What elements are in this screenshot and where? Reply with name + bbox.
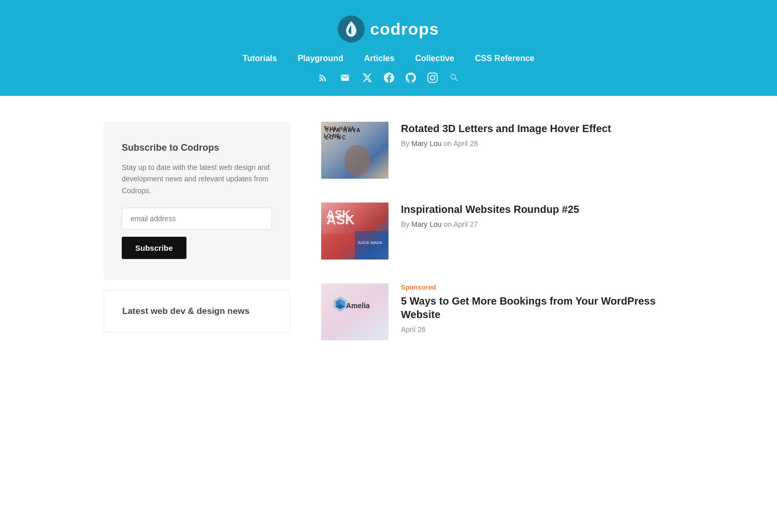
- svg-point-4: [344, 145, 370, 176]
- article-date-3: April 26: [401, 325, 425, 334]
- logo-area: codrops: [10, 16, 767, 42]
- main-nav: Tutorials Playground Articles Collective…: [10, 54, 767, 63]
- article-item: Amelia Sponsored 5 Ways to Get More Book…: [321, 283, 673, 340]
- news-title: Latest web dev & design news: [122, 306, 271, 317]
- facebook-icon[interactable]: [384, 73, 394, 85]
- article-info-2: Inspirational Websites Roundup #25 By Ma…: [401, 203, 579, 228]
- svg-text:JUICE MADE: JUICE MADE: [357, 240, 382, 245]
- article-thumbnail-3[interactable]: Amelia: [321, 283, 388, 340]
- article-title-1[interactable]: Rotated 3D Letters and Image Hover Effec…: [401, 122, 611, 135]
- site-header: codrops Tutorials Playground Articles Co…: [0, 0, 777, 96]
- twitter-icon[interactable]: [362, 73, 372, 85]
- article-thumbnail-1[interactable]: TIVA HAVA LO NC: [321, 122, 388, 179]
- article-info-1: Rotated 3D Letters and Image Hover Effec…: [401, 122, 611, 148]
- article-item: ASK JUICE MADE Inspirational Websites Ro…: [321, 203, 673, 260]
- article-meta-1: By Mary Lou on April 28: [401, 139, 611, 148]
- nav-collective[interactable]: Collective: [415, 54, 454, 63]
- svg-rect-8: [355, 231, 388, 260]
- email-input[interactable]: [122, 208, 272, 229]
- subscribe-description: Stay up to date with the latest web desi…: [122, 162, 272, 196]
- logo-icon[interactable]: [338, 16, 365, 42]
- github-icon[interactable]: [406, 73, 416, 85]
- email-icon[interactable]: [339, 73, 351, 85]
- search-icon[interactable]: [449, 73, 459, 85]
- article-info-3: Sponsored 5 Ways to Get More Bookings fr…: [401, 283, 673, 334]
- sponsored-label: Sponsored: [401, 283, 673, 291]
- svg-text:LO        NC: LO NC: [325, 135, 347, 140]
- svg-text:ASK: ASK: [326, 212, 355, 227]
- sidebar: Subscribe to Codrops Stay up to date wit…: [104, 122, 290, 333]
- article-title-2[interactable]: Inspirational Websites Roundup #25: [401, 203, 579, 216]
- svg-rect-10: [321, 283, 388, 340]
- svg-text:TIVA  HAVA: TIVA HAVA: [325, 127, 361, 133]
- nav-articles[interactable]: Articles: [364, 54, 395, 63]
- nav-css-reference[interactable]: CSS Reference: [475, 54, 535, 63]
- article-thumbnail-2[interactable]: ASK JUICE MADE: [321, 203, 388, 260]
- rss-icon[interactable]: [318, 73, 328, 85]
- article-meta-3: April 26: [401, 325, 673, 334]
- main-content: Subscribe to Codrops Stay up to date wit…: [88, 122, 689, 364]
- article-meta-2: By Mary Lou on April 27: [401, 220, 579, 228]
- news-box: Latest web dev & design news: [104, 290, 290, 333]
- svg-text:Amelia: Amelia: [346, 301, 370, 310]
- social-bar: [10, 73, 767, 85]
- article-item: TIVA HAVA LO NC Rotated 3D Letters and I…: [321, 122, 673, 179]
- logo-text: codrops: [370, 20, 439, 39]
- article-author-1: Mary Lou: [411, 139, 441, 148]
- nav-tutorials[interactable]: Tutorials: [242, 54, 277, 63]
- articles-section: TIVA HAVA LO NC Rotated 3D Letters and I…: [321, 122, 673, 364]
- subscribe-box: Subscribe to Codrops Stay up to date wit…: [104, 122, 290, 280]
- article-title-3[interactable]: 5 Ways to Get More Bookings from Your Wo…: [401, 294, 673, 321]
- nav-playground[interactable]: Playground: [298, 54, 343, 63]
- instagram-icon[interactable]: [427, 73, 438, 85]
- article-author-2: Mary Lou: [411, 220, 441, 228]
- subscribe-title: Subscribe to Codrops: [122, 142, 272, 153]
- svg-rect-7: [321, 234, 355, 260]
- subscribe-button[interactable]: Subscribe: [122, 237, 186, 259]
